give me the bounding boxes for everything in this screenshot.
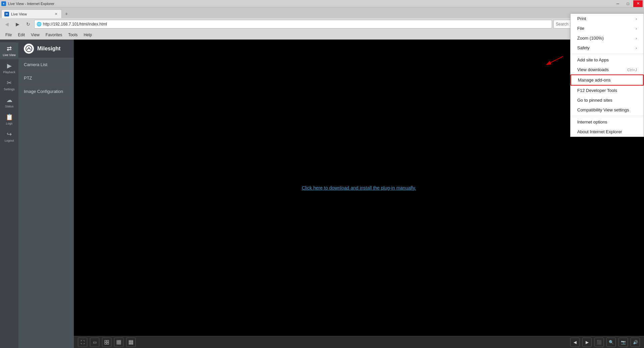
sidebar-item-settings[interactable]: ✂ Settings [0, 77, 18, 94]
menu-favorites[interactable]: Favorites [43, 32, 65, 38]
svg-rect-7 [120, 340, 121, 341]
tab-label: Live View [11, 12, 27, 16]
logo-text: Milesight [37, 46, 60, 52]
grid16-button[interactable] [126, 338, 136, 347]
search-button-toolbar[interactable]: 🔍 [606, 338, 616, 347]
menu-item-safety[interactable]: Safety › [571, 43, 644, 53]
menu-item-about[interactable]: About Internet Explorer [571, 127, 644, 137]
new-tab-button[interactable]: + [62, 9, 71, 18]
logout-icon: ↪ [7, 131, 12, 138]
menu-edit[interactable]: Edit [15, 32, 28, 38]
svg-rect-24 [131, 343, 132, 344]
title-bar-title: Live View - Internet Explorer [8, 2, 54, 6]
svg-rect-6 [118, 340, 119, 341]
sidebar-item-status[interactable]: ☁ Status [0, 94, 18, 111]
menu-item-print[interactable]: Print › [571, 14, 644, 23]
sidebar-item-logout[interactable]: ↪ Logout [0, 128, 18, 145]
next-button[interactable]: ▶ [582, 338, 592, 347]
video-toolbar: ⛶ ▭ [74, 336, 644, 348]
back-button[interactable]: ◀ [2, 19, 11, 29]
menu-item-view-downloads[interactable]: View downloads Ctrl+J [571, 65, 644, 74]
svg-rect-2 [107, 340, 109, 342]
maximize-button[interactable]: □ [623, 0, 633, 7]
svg-rect-11 [117, 343, 118, 344]
sidebar-label-playback: Playback [3, 70, 15, 74]
grid4-button[interactable] [102, 338, 111, 347]
address-icon: 🌐 [37, 22, 42, 27]
svg-rect-14 [129, 340, 130, 341]
logo-icon [24, 44, 34, 54]
tab-close-button[interactable]: ✕ [53, 11, 59, 17]
context-menu: Print › File › Zoom (100%) › Safety › Ad… [570, 13, 644, 137]
prev-button[interactable]: ◀ [570, 338, 580, 347]
left-sidebar: ⇄ Live View ▶ Playback ✂ Settings ☁ Stat… [0, 40, 18, 348]
minimize-button[interactable]: ─ [613, 0, 623, 7]
grid9-button[interactable] [114, 338, 123, 347]
svg-rect-22 [129, 343, 130, 344]
single-view-button[interactable]: ▭ [90, 338, 99, 347]
svg-rect-9 [118, 342, 119, 343]
sidebar-item-logs[interactable]: 📋 Logs [0, 111, 18, 128]
address-bar-wrapper: 🌐 [34, 20, 552, 29]
sidebar-label-status: Status [5, 105, 14, 108]
menu-item-file[interactable]: File › [571, 23, 644, 33]
browser-icon: e [1, 1, 6, 6]
menu-tools[interactable]: Tools [65, 32, 80, 38]
main-layout: ⇄ Live View ▶ Playback ✂ Settings ☁ Stat… [0, 40, 644, 348]
menu-item-f12[interactable]: F12 Developer Tools [571, 86, 644, 95]
menu-item-go-pinned[interactable]: Go to pinned sites [571, 95, 644, 105]
svg-rect-12 [118, 343, 119, 344]
video-area: Click here to download and install the p… [74, 40, 644, 336]
capture-button[interactable]: ⬛ [594, 338, 604, 347]
refresh-button[interactable]: ↻ [23, 19, 33, 29]
svg-rect-13 [120, 343, 121, 344]
svg-rect-27 [130, 344, 131, 345]
title-bar-left: e Live View - Internet Explorer [1, 1, 54, 6]
close-button[interactable]: ✕ [633, 0, 643, 7]
menu-ptz[interactable]: PTZ [18, 71, 74, 85]
fullscreen-button[interactable]: ⛶ [78, 338, 87, 347]
svg-rect-5 [117, 340, 118, 341]
menu-camera-list[interactable]: Camera List [18, 58, 74, 71]
menu-help[interactable]: Help [81, 32, 95, 38]
sidebar-label-logout: Logout [5, 139, 14, 142]
menu-item-add-site[interactable]: Add site to Apps [571, 55, 644, 65]
menu-item-zoom[interactable]: Zoom (100%) › [571, 33, 644, 43]
menu-bar: File Edit View Favorites Tools Help [0, 30, 644, 40]
menu-image-config[interactable]: Image Configuration [18, 85, 74, 98]
camera-button[interactable]: 📷 [618, 338, 628, 347]
menu-separator-2 [571, 116, 644, 116]
title-bar: e Live View - Internet Explorer ─ □ ✕ [0, 0, 644, 7]
browser-tab-live-view[interactable]: M Live View ✕ [1, 9, 62, 18]
svg-rect-21 [133, 341, 134, 342]
sidebar-item-live-view[interactable]: ⇄ Live View [0, 42, 18, 59]
address-bar-row: ◀ ▶ ↻ 🌐 🔍 ★ 🏠 ⚙ [0, 18, 644, 30]
svg-rect-23 [130, 343, 131, 344]
svg-rect-1 [105, 340, 106, 342]
svg-rect-16 [131, 340, 132, 341]
svg-rect-10 [120, 342, 121, 343]
status-icon: ☁ [6, 96, 12, 104]
svg-rect-20 [131, 341, 132, 342]
sidebar-label-settings: Settings [4, 88, 15, 91]
svg-rect-29 [133, 344, 134, 345]
playback-icon: ▶ [7, 62, 12, 69]
forward-button[interactable]: ▶ [13, 19, 22, 29]
menu-view[interactable]: View [28, 32, 42, 38]
title-bar-controls: ─ □ ✕ [613, 0, 643, 7]
audio-button[interactable]: 🔊 [631, 338, 640, 347]
menu-item-compat-settings[interactable]: Compatibility View settings [571, 105, 644, 115]
svg-point-0 [26, 46, 32, 52]
menu-item-manage-addons[interactable]: Manage add-ons [571, 74, 644, 86]
menu-item-internet-options[interactable]: Internet options [571, 117, 644, 127]
menu-file[interactable]: File [3, 32, 14, 38]
tab-favicon: M [4, 12, 9, 16]
svg-rect-15 [130, 340, 131, 341]
sidebar-label-logs: Logs [6, 122, 13, 125]
svg-rect-19 [130, 341, 131, 342]
live-view-icon: ⇄ [7, 45, 12, 52]
plugin-download-link[interactable]: Click here to download and install the p… [302, 185, 416, 191]
app-sidebar: Milesight Camera List PTZ Image Configur… [18, 40, 74, 348]
sidebar-item-playback[interactable]: ▶ Playback [0, 59, 18, 77]
address-input[interactable] [43, 22, 550, 27]
